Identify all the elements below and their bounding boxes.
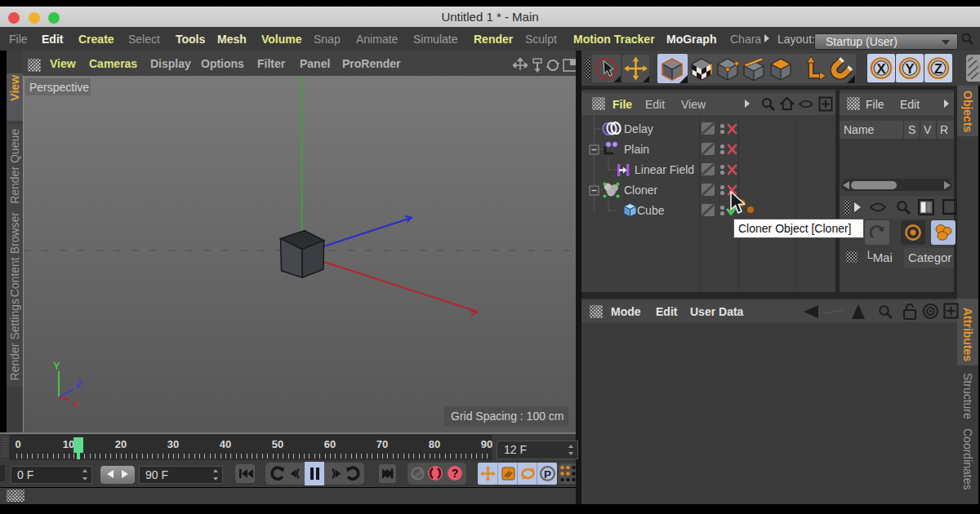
svg-text:X: X [876,61,885,76]
svg-text:Z: Z [934,61,942,76]
svg-text:x: x [73,398,78,408]
svg-text:Y: Y [905,61,914,76]
svg-text:P: P [544,468,551,481]
svg-text:?: ? [452,467,459,480]
svg-text:Y: Y [53,360,60,372]
svg-text:Z: Z [74,378,84,392]
